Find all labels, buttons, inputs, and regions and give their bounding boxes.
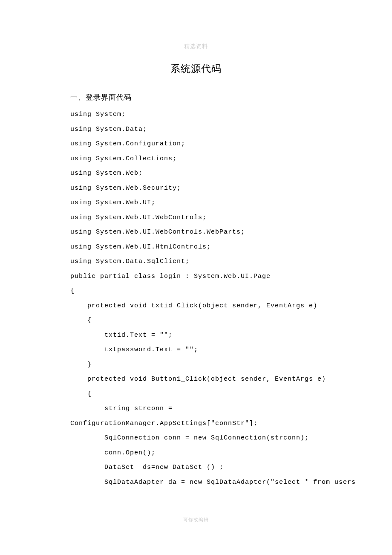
code-line: using System.Collections; [70, 152, 322, 167]
code-line: using System.Configuration; [70, 137, 322, 152]
code-line: conn.Open(); [70, 446, 322, 461]
code-line: { [70, 284, 322, 299]
code-line: using System.Web.UI.HtmlControls; [70, 240, 322, 255]
code-line: using System.Web.UI.WebControls.WebParts… [70, 225, 322, 240]
footer-watermark: 可修改编辑 [0, 517, 392, 523]
code-line: using System.Data.SqlClient; [70, 254, 322, 269]
code-line: string strconn = [70, 402, 322, 416]
code-line: txtpassword.Text = ""; [70, 343, 322, 358]
code-line: SqlConnection conn = new SqlConnection(s… [70, 431, 322, 446]
code-block: using System; using System.Data; using S… [70, 107, 322, 490]
code-line: using System.Data; [70, 122, 322, 137]
code-line: DataSet ds=new DataSet () ; [70, 460, 322, 475]
code-line: using System.Web.UI; [70, 196, 322, 211]
code-line: using System.Web.Security; [70, 181, 322, 196]
header-watermark: 精选资料 [70, 43, 322, 50]
code-line: } [70, 358, 322, 373]
code-line: { [70, 387, 322, 402]
code-line: ConfigurationManager.AppSettings["connSt… [70, 416, 322, 431]
document-title: 系统源代码 [70, 62, 322, 75]
code-line: protected void txtid_Click(object sender… [70, 299, 322, 314]
code-line: using System.Web.UI.WebControls; [70, 211, 322, 225]
code-line: protected void Button1_Click(object send… [70, 372, 322, 387]
code-line: txtid.Text = ""; [70, 328, 322, 343]
section-heading: 一、登录界面代码 [70, 92, 322, 102]
code-line: public partial class login : System.Web.… [70, 269, 322, 284]
code-line: using System; [70, 107, 322, 122]
code-line: { [70, 313, 322, 328]
code-line: using System.Web; [70, 166, 322, 181]
code-line: SqlDataAdapter da = new SqlDataAdapter("… [70, 475, 322, 490]
